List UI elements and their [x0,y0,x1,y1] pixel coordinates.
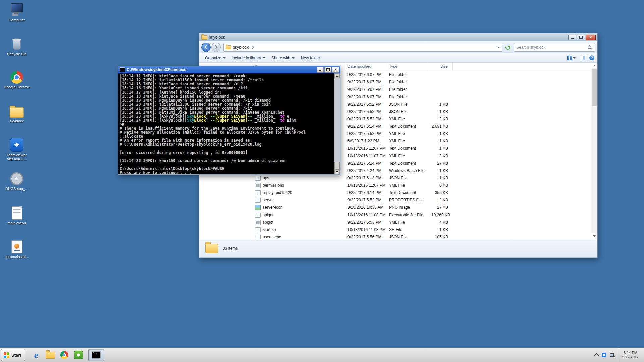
toolbar-label: Organize [205,56,221,60]
file-row[interactable]: usercache9/22/2017 5:56 PMJSON File105 K… [252,233,591,239]
desktop-icon-skyblock[interactable]: skyblock [2,103,32,137]
explorer-folder-button[interactable] [44,349,57,361]
explorer-folder-icon [46,352,55,359]
console-scroll-up-button[interactable] [334,73,340,78]
desktop-icon-label: Computer [9,18,25,22]
desktop-icon-label: main-menu [7,221,26,225]
file-row[interactable]: replay_pid194209/22/2017 6:14 PMText Doc… [252,189,591,196]
doc-icon [255,227,261,232]
scroll-up-button[interactable] [591,63,597,68]
desktop-icon-google-chrome[interactable]: Google Chrome [2,69,32,103]
taskbar-cmd-button[interactable]: C:\ [88,349,104,361]
console-scrollbar-thumb[interactable] [334,162,340,169]
help-button[interactable]: ? [589,55,594,60]
console-text-segment: [18:14:28 INFO]: khoi150 issued server c… [120,158,285,163]
minimize-button[interactable] [568,35,576,40]
console-line: [18:14:28 INFO]: khoi150 issued server c… [120,159,334,163]
clock-date: 9/22/2017 [622,355,639,359]
maximize-button[interactable] [577,35,585,40]
file-type: YML File [387,139,429,143]
chrome-icon [60,351,68,359]
triangle-up-icon [593,65,596,66]
views-button[interactable] [567,56,576,60]
file-row[interactable]: spigot10/13/2016 11:08 PMExecutable Jar … [252,211,591,219]
toolbar-label: Share with [271,56,290,60]
folder-icon [201,35,207,40]
green-app-button[interactable] [72,349,85,361]
file-date: 9/22/2017 6:07 PM [345,95,387,99]
teamviewer-tray-icon[interactable] [602,353,606,357]
back-button[interactable] [201,43,211,52]
chrome-button[interactable] [58,349,71,361]
console-text-segment: [error occurred during error reporting ,… [120,150,248,155]
desktop-icon-teamviewer-vi-t-ho-1[interactable]: TeamViewer việt hoá 1... [2,137,32,171]
file-row[interactable]: permissions10/13/2016 11:07 PMYML File0 … [252,182,591,189]
toolbar-new-folder[interactable]: New folder [298,55,323,61]
window-title: skyblock [209,35,225,40]
file-name: usercache [263,235,281,239]
scroll-down-button[interactable] [591,233,597,239]
desktop-icon-chromeinstal[interactable]: chromeinstal... [2,238,32,272]
file-row[interactable]: ops9/22/2017 6:13 PMJSON File1 KB [252,174,591,182]
scrollbar[interactable] [591,63,597,239]
console[interactable]: [18:14:11 INFO]: kietJace issued server … [118,73,340,174]
clock[interactable]: 6:14 PM 9/22/2017 [619,348,642,362]
scrollbar-thumb[interactable] [592,69,597,106]
desktop-icon-label: Recycle Bin [7,52,26,56]
tray-icons [595,353,615,357]
search-box[interactable] [514,43,595,52]
minimize-button[interactable] [317,67,324,73]
column-header-date-modified[interactable]: Date modified [345,63,387,71]
explorer-titlebar[interactable]: skyblock × [199,33,597,41]
file-name: server-icon [263,205,282,210]
console-scrollbar[interactable] [334,73,340,174]
hidden-icons-chevron[interactable] [594,353,599,358]
file-row[interactable]: start.sh10/13/2016 11:08 PMSH File1 KB [252,226,591,233]
arrow-right-icon [213,45,218,49]
console-text-segment: ] [206,118,210,123]
address-dropdown-caret[interactable] [497,47,500,48]
file-date: 9/22/2017 4:24 PM [345,168,387,173]
folder-icon [10,107,24,118]
file-size: 3 KB [429,154,453,158]
preview-pane-button[interactable] [580,56,585,60]
desktop-icon-main-menu[interactable]: main-menu [2,204,32,238]
desktop-icon-recycle-bin[interactable]: Recycle Bin [2,35,32,69]
column-header-size[interactable]: Size [429,63,453,71]
start-button[interactable]: Start [1,349,25,361]
triangle-down-icon [593,235,596,237]
address-bar[interactable]: skyblock [223,43,502,52]
search-input[interactable] [514,45,588,50]
breadcrumb[interactable]: skyblock [233,45,249,50]
toolbar-organize[interactable]: Organize [202,55,229,61]
file-name-cell: spigot [252,213,345,218]
desktop-icon-ducsetup[interactable]: DUCSetup_... [2,171,32,204]
maximize-button[interactable] [324,67,331,73]
chevron-down-icon [573,57,576,59]
file-name: start.sh [263,227,276,232]
toolbar-include-in-library[interactable]: Include in library [229,55,268,61]
close-button[interactable]: × [586,35,596,40]
file-type: Windows Batch File [387,168,429,173]
close-button[interactable]: × [332,67,339,73]
ie-button[interactable]: e [30,349,43,361]
file-row[interactable]: server9/22/2017 5:52 PMPROPERTIES File2 … [252,196,591,204]
cmd-titlebar[interactable]: C:\Windows\system32\cmd.exe × [118,66,340,73]
file-date: 9/22/2017 5:56 PM [345,235,387,239]
network-icon[interactable] [610,353,615,357]
file-size: 27 KB [429,205,453,210]
file-size: 1 KB [429,227,453,232]
quick-launch: e [29,349,85,361]
desktop-icon-computer[interactable]: Computer [2,1,32,35]
column-header-type[interactable]: Type [387,63,429,71]
file-row[interactable]: spigot9/22/2017 5:53 PMYML File4 KB [252,219,591,226]
file-row[interactable]: server-icon3/28/2016 10:36 AMPNG image27… [252,204,591,211]
file-name: spigot [263,213,273,217]
forward-button[interactable] [211,43,221,52]
teamviewer-icon [10,138,23,152]
toolbar-share-with[interactable]: Share with [268,55,298,61]
file-size: 1 KB [429,102,453,107]
refresh-button[interactable] [504,43,512,51]
console-scroll-down-button[interactable] [334,169,340,174]
installer-icon [11,240,22,253]
